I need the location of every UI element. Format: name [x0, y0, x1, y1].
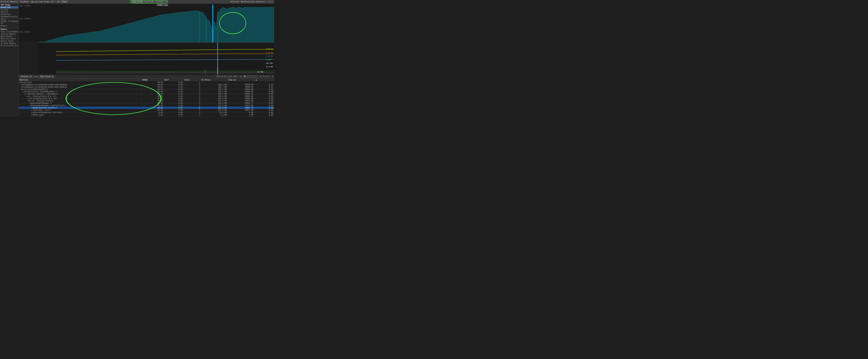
search-input[interactable] [243, 75, 257, 78]
row-total: 99.8% [142, 86, 164, 88]
col-header-overview[interactable]: Overview [19, 79, 142, 81]
table-row[interactable]: ▶<>c__DisplayClass2_0.b__0()99.8%0.0%125… [19, 95, 274, 97]
expand-arrow[interactable]: ▶ [26, 95, 27, 97]
row-total: 99.8% [142, 100, 164, 102]
table-row[interactable]: ▶FixedUpdate.ScriptRunDelayedFixedFrameR… [19, 84, 274, 86]
col-header-total[interactable]: Total [142, 79, 164, 81]
step-forward-button[interactable]: ▶▶ [41, 1, 43, 3]
mem-val-528: 52.6 MB [266, 66, 273, 68]
call-stacks-dropdown[interactable]: ▼ [165, 1, 166, 3]
sidebar-item-animation[interactable]: Animation [0, 13, 19, 16]
row-gcalloc: 312.4 KB [201, 109, 227, 111]
row-other: 0.04 [254, 107, 274, 109]
row-timems [227, 81, 254, 84]
sidebar-item-gi[interactable]: Global Illumination [0, 20, 19, 22]
expand-arrow[interactable]: ▶ [24, 93, 25, 95]
expand-arrow[interactable]: ▶ [31, 112, 33, 113]
row-gcalloc: 253.3 KB [201, 100, 227, 102]
row-timems: 4.46 [227, 111, 254, 114]
expand-arrow[interactable]: ▶ [23, 91, 24, 93]
table-row[interactable]: ▶ExternalException.ToString()0.0%0.0%174… [19, 111, 274, 114]
expand-arrow[interactable]: ▶ [28, 97, 29, 99]
table-row[interactable]: ▶<_WaitUntilDone>d__3.MoveNext()99.8%0.0… [19, 93, 274, 95]
table-row[interactable]: ▶<>c_DisplayClass1_0.b__0()99.8%0.0%1253… [19, 97, 274, 100]
sidebar-item-texture-memory[interactable]: Texture Memory [0, 33, 19, 35]
sidebar-item-object-count[interactable]: Object Count [0, 40, 19, 42]
row-calls: 1 [184, 114, 201, 116]
row-total: 99.8% [142, 102, 164, 104]
row-self: 0.0% [164, 109, 184, 111]
row-other: 0.00 [254, 114, 274, 116]
col-header-gcalloc[interactable]: GC Alloc [201, 79, 227, 81]
expand-arrow[interactable]: ▶ [21, 84, 22, 86]
sidebar-item-total-memory[interactable]: Total Used Memory [0, 31, 19, 33]
call-stacks-button[interactable]: Call Stacks [155, 1, 165, 3]
table-row[interactable]: ▶SetupCoroutine.InvokeMoveNext()99.8%0.0… [19, 90, 274, 93]
table-row[interactable]: ▶TcpClient..ctor()99.8%0.0%1312.4 KB7502… [19, 109, 274, 111]
expand-arrow[interactable]: ▶ [31, 109, 33, 111]
table-row[interactable]: ▶Debug.Log()0.0%0.0%19.1 KB1.060.00 [19, 114, 274, 116]
table-row[interactable]: ▶DataLoaderManager.LoadTcpClients99.8%0.… [19, 104, 274, 107]
mem-val-609: 6.09 GB [266, 48, 273, 50]
sidebar-item-others[interactable]: Others [0, 25, 19, 27]
table-row[interactable]: ▶Mono.JIT0.0%0.0%2160 B0.360.36 [19, 116, 274, 117]
expand-arrow[interactable]: ▶ [21, 86, 22, 88]
next-frame-button[interactable]: ▶ [38, 1, 40, 3]
table-row[interactable]: ▼PlayerLoop99.8%0.0%1 [19, 81, 274, 84]
step-back-button[interactable]: ◀◀ [31, 1, 33, 3]
expand-arrow[interactable]: ▼ [21, 88, 22, 90]
hierarchy-select[interactable]: Hierarchy [19, 75, 32, 78]
col-header-timems[interactable]: Time ms [227, 79, 254, 81]
sidebar-item-rendering[interactable]: Rendering [0, 6, 19, 8]
clear-on-play-button[interactable]: Clear on Play [132, 1, 144, 3]
sidebar-item-scripts[interactable]: Scripts [0, 8, 19, 11]
deep-profile-button[interactable]: Deep Profile [144, 1, 155, 3]
sidebar-item-gc-used[interactable]: GC Used Memory [0, 42, 19, 44]
col-header-self[interactable]: Self [164, 79, 184, 81]
sidebar-item-material-count[interactable]: Material Count [0, 37, 19, 40]
table-row[interactable]: ▶BaseTcpClient.Connect()99.8%0.0%1237.0 … [19, 107, 274, 109]
row-self: 0.0% [164, 95, 184, 97]
sidebar-item-physics[interactable]: Physics [0, 11, 19, 13]
sidebar-item-gc-alloc[interactable]: GC Allocated In Frame [0, 44, 19, 47]
prev-frame-button[interactable]: ◀ [34, 1, 35, 3]
table-row[interactable]: ▼▼ <>c__DisplayClass9_0.99.8%0.0%1253.3 … [19, 100, 274, 102]
frame-counter: Frame: 28 / 102 [44, 1, 60, 3]
expand-arrow[interactable]: ▶ [31, 107, 33, 109]
sidebar-item-ui[interactable]: UI [0, 22, 19, 25]
row-other: 0.00 [254, 97, 274, 100]
row-total: 99.8% [142, 107, 164, 109]
fps-15-label: 66ms (15FPS) [19, 5, 31, 7]
table-row[interactable]: ▼▼ CoroutinesDelayedCalls99.8%0.0%1256.7… [19, 88, 274, 90]
expand-arrow[interactable]: ▼ [19, 81, 21, 83]
row-gcalloc: 256.7 KB [201, 90, 227, 93]
thread-select[interactable]: Main Thread [39, 75, 54, 78]
expand-arrow[interactable]: ▼ [28, 100, 29, 102]
expand-arrow[interactable]: ▶ [31, 116, 33, 117]
row-name: ▶Mono.JIT [19, 116, 142, 117]
sidebar-item-vsync[interactable]: VSync [0, 18, 19, 20]
sidebar-item-mesh-memory[interactable]: Mesh Memory [0, 35, 19, 37]
cpu-chart-svg [37, 4, 274, 42]
expand-arrow[interactable]: ▶ [30, 104, 31, 107]
clear-button[interactable]: Clear [61, 0, 68, 3]
row-calls: 2 [184, 116, 201, 117]
row-gcalloc: 256.7 KB [201, 86, 227, 88]
col-header-calls[interactable]: Calls [184, 79, 201, 81]
expand-arrow[interactable]: ▶ [30, 102, 31, 104]
row-timems: 75043.27 [227, 93, 254, 95]
table-row[interactable]: ▶DataLoaderManager.t99.8%0.0%1253.3 KB75… [19, 102, 274, 104]
row-other: 0.00 [254, 104, 274, 107]
play-button[interactable]: ▶ [36, 1, 37, 3]
row-name: ▶TcpClient..ctor() [19, 109, 142, 111]
row-timems: 75042.03 [227, 100, 254, 102]
memory-chart-svg [56, 43, 274, 74]
profiler-options-group: Clear on Play Deep Profile Call Stacks ▼ [130, 0, 168, 3]
no-details-dropdown[interactable]: ▼ [272, 76, 273, 78]
row-self: 0.0% [164, 111, 184, 114]
sidebar-item-gc[interactable]: GarbageCollector [0, 16, 19, 18]
row-calls: 1 [184, 93, 201, 95]
row-self: 0.0% [164, 102, 184, 104]
expand-arrow[interactable]: ▶ [31, 114, 33, 116]
table-row[interactable]: ▶FixedUpdate.ScriptRunDelayedFixedFrameR… [19, 86, 274, 88]
